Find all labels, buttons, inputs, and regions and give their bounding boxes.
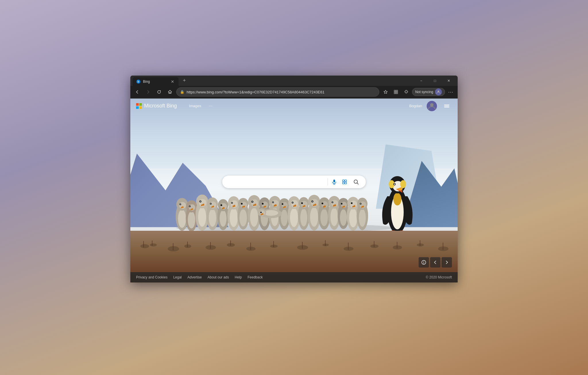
svg-point-119 (301, 202, 303, 204)
ms-square-yellow (139, 106, 142, 109)
forward-button[interactable] (144, 87, 153, 97)
microsoft-logo-icon (136, 103, 142, 109)
window-controls: − □ ✕ (415, 76, 455, 85)
svg-rect-28 (302, 242, 303, 249)
svg-point-5 (140, 244, 149, 248)
search-box (222, 176, 366, 188)
svg-rect-20 (143, 241, 144, 247)
bing-header: Microsoft Bing Images ··· Bogdan (130, 99, 458, 114)
svg-point-83 (239, 209, 247, 226)
svg-rect-25 (230, 241, 231, 246)
svg-point-48 (178, 209, 186, 228)
svg-point-130 (322, 203, 323, 204)
hamburger-line-3 (444, 107, 449, 107)
bing-logo[interactable]: Microsoft Bing (136, 103, 177, 109)
search-submit-button[interactable] (351, 177, 361, 187)
search-input[interactable] (227, 179, 325, 184)
collections-button[interactable] (391, 87, 401, 97)
not-syncing-label: Not syncing (415, 90, 433, 94)
footer-about-ads[interactable]: About our ads (208, 275, 229, 279)
svg-point-58 (189, 206, 190, 207)
refresh-button[interactable] (154, 87, 164, 97)
svg-rect-24 (210, 242, 211, 249)
bing-nav: Images ··· (185, 102, 215, 110)
not-syncing-button[interactable]: Not syncing (412, 88, 445, 96)
url-text: https://www.bing.com/?toWww=1&redig=C076… (187, 90, 376, 94)
svg-point-54 (188, 211, 195, 228)
svg-rect-22 (173, 243, 173, 250)
footer-advertise[interactable]: Advertise (187, 275, 202, 279)
svg-point-148 (359, 209, 366, 227)
svg-rect-0 (394, 90, 396, 92)
svg-point-108 (282, 203, 283, 205)
footer-privacy[interactable]: Privacy and Cookies (136, 275, 167, 279)
active-tab[interactable]: b Bing ✕ (133, 77, 179, 86)
address-bar[interactable]: 🔒 https://www.bing.com/?toWww=1&redig=C0… (176, 87, 379, 97)
nav-more-button[interactable]: ··· (206, 102, 215, 110)
ms-square-green (139, 103, 142, 106)
next-image-button[interactable] (442, 257, 452, 268)
minimize-button[interactable]: − (415, 76, 428, 85)
nav-images[interactable]: Images (185, 102, 205, 110)
svg-point-105 (281, 209, 288, 226)
hamburger-line-2 (444, 106, 449, 106)
footer-copyright: © 2020 Microsoft (426, 275, 452, 279)
svg-point-146 (351, 202, 353, 204)
tab-close-button[interactable]: ✕ (170, 79, 175, 84)
image-navigation (419, 257, 452, 268)
bing-user-area: Bogdan (409, 101, 452, 111)
svg-rect-1 (396, 90, 398, 92)
svg-rect-3 (396, 92, 398, 94)
image-info-button[interactable] (419, 257, 429, 268)
title-bar: b Bing ✕ + − □ ✕ (130, 76, 458, 86)
svg-rect-34 (443, 243, 443, 250)
svg-point-116 (300, 209, 307, 226)
svg-rect-21 (152, 241, 152, 246)
tab-favicon: b (136, 79, 141, 84)
svg-rect-26 (250, 243, 251, 250)
svg-point-127 (320, 209, 328, 226)
svg-point-125 (312, 201, 313, 202)
search-divider (328, 178, 328, 185)
footer-legal[interactable]: Legal (173, 275, 181, 279)
navigation-bar: 🔒 https://www.bing.com/?toWww=1&redig=C0… (130, 86, 458, 99)
svg-point-70 (210, 203, 211, 204)
back-button[interactable] (133, 87, 142, 97)
voice-search-button[interactable] (330, 178, 338, 186)
home-button[interactable] (165, 87, 175, 97)
svg-rect-32 (397, 242, 397, 249)
footer-links: Privacy and Cookies Legal Advertise Abou… (136, 275, 263, 279)
svg-point-6 (150, 243, 157, 247)
svg-point-75 (220, 204, 222, 206)
extensions-button[interactable] (402, 87, 411, 97)
footer-feedback[interactable]: Feedback (247, 275, 263, 279)
svg-rect-2 (394, 92, 396, 94)
svg-point-38 (393, 193, 401, 205)
svg-point-97 (262, 203, 264, 205)
bing-user-avatar[interactable] (427, 101, 437, 111)
svg-rect-31 (374, 241, 374, 247)
footer-help[interactable]: Help (235, 275, 242, 279)
svg-rect-163 (345, 180, 347, 182)
favorites-button[interactable] (381, 87, 390, 97)
svg-point-114 (292, 202, 293, 203)
svg-rect-162 (343, 180, 344, 182)
svg-point-90 (251, 199, 258, 207)
svg-point-77 (230, 208, 238, 227)
more-button[interactable]: ··· (446, 87, 455, 97)
maximize-button[interactable]: □ (428, 76, 442, 85)
svg-rect-29 (325, 240, 326, 246)
svg-point-81 (232, 203, 232, 203)
new-tab-button[interactable]: + (180, 77, 188, 85)
bing-menu-button[interactable] (442, 101, 452, 111)
visual-search-button[interactable] (341, 178, 349, 186)
svg-point-110 (290, 208, 298, 227)
tab-label: Bing (143, 80, 168, 84)
bing-favicon-icon: b (136, 80, 140, 84)
svg-point-132 (330, 208, 338, 226)
svg-point-103 (273, 202, 273, 203)
close-button[interactable]: ✕ (442, 76, 455, 85)
prev-image-button[interactable] (430, 257, 440, 268)
svg-point-158 (430, 103, 434, 107)
bing-logo-text: Microsoft Bing (144, 103, 177, 109)
